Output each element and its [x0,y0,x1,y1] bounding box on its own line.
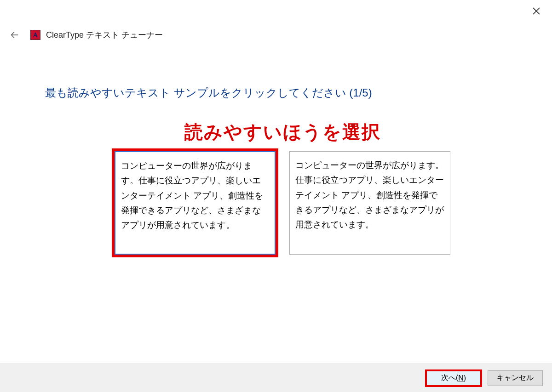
next-button-key: N [458,374,464,382]
close-icon [532,7,540,15]
titlebar [0,0,552,22]
next-button-prefix: 次へ( [441,373,458,383]
back-button[interactable] [8,28,21,41]
close-button[interactable] [530,5,543,17]
text-sample-1[interactable]: コンピューターの世界が広がります。仕事に役立つアプリ、楽しいエンターテイメント … [115,151,276,255]
annotation-overlay: 読みやすいほうを選択 [108,119,457,145]
sample-container: コンピューターの世界が広がります。仕事に役立つアプリ、楽しいエンターテイメント … [45,151,520,255]
back-arrow-icon [10,30,20,40]
app-title: ClearType テキスト チューナー [46,29,163,40]
content-area: 最も読みやすいテキスト サンプルをクリックしてください (1/5) 読みやすいほ… [0,41,552,364]
header: A ClearType テキスト チューナー [0,22,552,41]
cancel-button[interactable]: キャンセル [488,370,543,386]
instruction-text: 最も読みやすいテキスト サンプルをクリックしてください (1/5) [45,85,520,100]
text-sample-2[interactable]: コンピューターの世界が広がります。仕事に役立つアプリ、楽しいエンターテイメント … [289,151,450,255]
next-button-suffix: ) [464,374,466,382]
footer-bar: 次へ(N) キャンセル [0,364,552,392]
app-icon: A [30,30,40,40]
next-button[interactable]: 次へ(N) [426,370,481,386]
cleartype-tuner-window: A ClearType テキスト チューナー 最も読みやすいテキスト サンプルを… [0,0,552,392]
